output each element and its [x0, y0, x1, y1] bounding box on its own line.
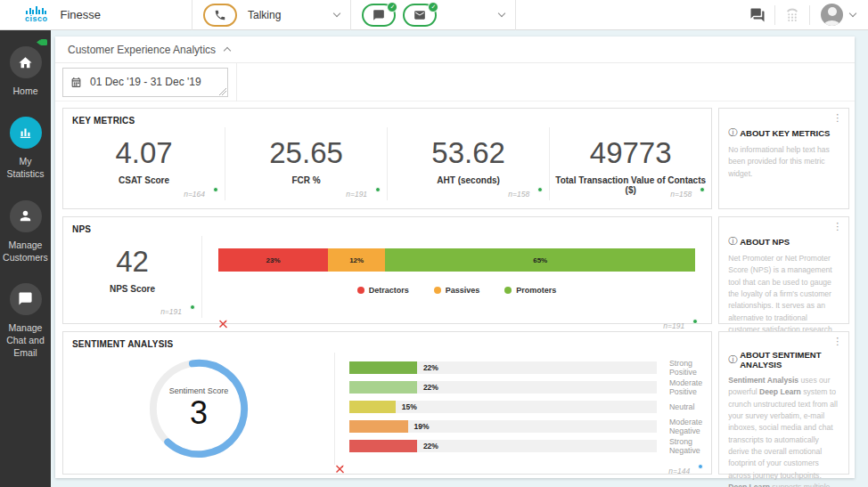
- about-title: ABOUT KEY METRICS: [740, 128, 830, 138]
- sidebar-item-manage-customers[interactable]: Manage Customers: [2, 200, 50, 264]
- sentiment-bar-row: 15%Neutral: [349, 401, 702, 413]
- cisco-logo-icon: cisco: [25, 6, 48, 23]
- sidebar-item-my-statistics[interactable]: My Statistics: [2, 117, 50, 180]
- page-header: Customer Experience Analytics: [55, 37, 855, 63]
- chat-sessions-icon[interactable]: [741, 0, 774, 30]
- metric-cell: 25.65FCR %n=191: [225, 127, 387, 200]
- bar-percent: 15%: [402, 401, 417, 413]
- sample-size: n=158: [508, 190, 529, 199]
- bar-fill: [349, 401, 396, 413]
- about-nps-panel: ⋮ ⓘABOUT NPS Net Promoter or Net Promote…: [718, 216, 849, 324]
- sidebar-item-label: Home: [2, 85, 50, 97]
- about-title: ABOUT NPS: [740, 237, 790, 247]
- sentiment-gauge-cell: Sentiment Score 3: [63, 353, 335, 465]
- segment-percent: 12%: [349, 256, 364, 264]
- sentiment-gauge: Sentiment Score 3: [146, 356, 251, 461]
- bar-percent: 22%: [423, 381, 438, 394]
- bar-percent: 22%: [423, 361, 438, 374]
- bar-fill: [349, 361, 417, 374]
- phone-call-icon[interactable]: [203, 4, 237, 27]
- bar-track: 22%: [349, 381, 657, 394]
- sidebar-item-manage-chat-email[interactable]: Manage Chat and Email: [2, 283, 50, 360]
- bar-fill: [349, 440, 417, 452]
- sample-size: n=164: [184, 190, 205, 199]
- sample-size: n=144: [668, 467, 690, 475]
- metric-cell: 4.07CSAT Scoren=164: [63, 127, 225, 200]
- filter-row-empty: [236, 63, 855, 101]
- bar-label: Strong Positive: [669, 359, 702, 377]
- home-icon: [10, 46, 42, 78]
- metric-value: 53.62: [431, 136, 505, 170]
- sample-size: n=191: [160, 307, 182, 316]
- sentiment-panel: SENTIMENT ANALYSIS Sentiment Score: [62, 331, 712, 475]
- pin-icon[interactable]: [37, 34, 48, 50]
- dialpad-icon: [775, 0, 809, 30]
- bar-track: 22%: [349, 361, 657, 374]
- sentiment-bars-cell: 22%Strong Positive22%Moderate Positive15…: [335, 353, 711, 465]
- bar-track: 19%: [349, 420, 657, 433]
- user-menu[interactable]: [810, 0, 868, 30]
- bar-label: Moderate Positive: [669, 378, 702, 396]
- legend-item: Passives: [434, 286, 480, 295]
- bar-track: 22%: [349, 440, 657, 452]
- bar-percent: 22%: [423, 440, 438, 452]
- resize-handle[interactable]: [219, 88, 226, 95]
- app-name: Finesse: [61, 8, 102, 21]
- metric-label: AHT (seconds): [437, 175, 500, 185]
- legend-dot-icon: [434, 287, 441, 294]
- left-nav-sidebar: Home My Statistics Manage Customers Mana…: [0, 30, 51, 487]
- sentiment-bar-row: 22%Strong Positive: [349, 361, 702, 374]
- chat-email-state-control[interactable]: ✓ ✓: [351, 0, 515, 30]
- gauge-value: 3: [190, 395, 208, 431]
- kebab-menu-icon[interactable]: ⋮: [832, 112, 842, 124]
- avatar[interactable]: [821, 4, 843, 26]
- legend-label: Detractors: [369, 286, 409, 295]
- info-icon: ⓘ: [728, 353, 737, 366]
- device-source-icon: [185, 306, 192, 316]
- metric-value: 4.07: [115, 136, 172, 170]
- chevron-down-icon[interactable]: [333, 10, 340, 17]
- device-source-icon: [688, 321, 695, 330]
- calendar-icon: [70, 77, 82, 88]
- about-key-metrics-panel: ⋮ ⓘABOUT KEY METRICS No informational he…: [718, 108, 849, 209]
- metric-value: 49773: [590, 136, 672, 170]
- sidebar-item-label: Manage Chat and Email: [2, 321, 50, 360]
- device-source-icon: [371, 189, 378, 199]
- chat-ready-icon[interactable]: ✓: [362, 4, 396, 27]
- nps-panel: NPS 42 NPS Score n=191: [62, 216, 712, 324]
- metric-cell: 49773Total Transaction Value of Contacts…: [549, 127, 711, 200]
- call-state-label: Talking: [248, 9, 281, 21]
- collapse-chevron-icon[interactable]: [224, 47, 231, 54]
- chevron-down-icon[interactable]: [849, 10, 856, 17]
- ready-check-badge: ✓: [387, 2, 397, 12]
- date-range-input[interactable]: 01 Dec '19 - 31 Dec '19: [62, 68, 228, 97]
- legend-item: Detractors: [357, 286, 409, 295]
- date-range-value: 01 Dec '19 - 31 Dec '19: [90, 76, 201, 88]
- kebab-menu-icon[interactable]: ⋮: [832, 221, 842, 232]
- sidebar-item-label: My Statistics: [2, 155, 50, 180]
- voice-state-control[interactable]: Talking: [192, 0, 350, 30]
- legend-dot-icon: [504, 287, 512, 294]
- analytics-card: Customer Experience Analytics 01 Dec '19…: [55, 37, 855, 478]
- panel-title: SENTIMENT ANALYSIS: [63, 332, 711, 349]
- sentiment-bar-row: 19%Moderate Negative: [349, 420, 702, 433]
- chevron-down-icon[interactable]: [498, 10, 505, 17]
- about-body: No informational help text has been prov…: [728, 144, 839, 180]
- email-ready-icon[interactable]: ✓: [403, 4, 437, 27]
- device-source-icon: [693, 466, 700, 475]
- nps-legend: DetractorsPassivesPromoters: [218, 286, 695, 295]
- device-source-icon: [533, 189, 540, 199]
- legend-label: Passives: [446, 286, 480, 295]
- panel-title: NPS: [63, 217, 711, 234]
- filter-row: 01 Dec '19 - 31 Dec '19: [55, 63, 855, 101]
- segment-percent: 65%: [533, 256, 547, 264]
- legend-dot-icon: [357, 287, 364, 294]
- bar-chart-icon: [10, 117, 42, 149]
- kebab-menu-icon[interactable]: ⋮: [832, 336, 842, 347]
- page-title: Customer Experience Analytics: [68, 44, 216, 56]
- legend-label: Promoters: [516, 286, 556, 295]
- chat-bubble-icon: [10, 283, 42, 315]
- sidebar-item-home[interactable]: Home: [2, 46, 50, 97]
- bar-label: Neutral: [669, 402, 694, 411]
- nps-score-value: 42: [116, 245, 149, 279]
